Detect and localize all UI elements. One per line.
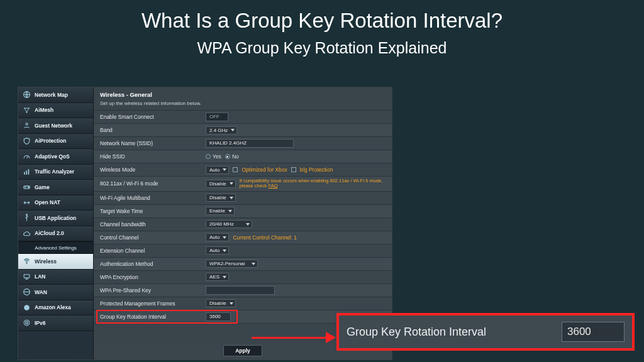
- zoom-gkri-input[interactable]: 3600: [562, 322, 625, 342]
- sidebar-item-label: AiProtection: [35, 138, 67, 144]
- enc-select[interactable]: AES: [206, 273, 229, 281]
- shield-icon: [22, 136, 31, 145]
- sidebar-item-usb-application[interactable]: USB Application: [18, 211, 93, 226]
- sidebar: Network Map AiMesh Guest Network AiProte…: [18, 87, 94, 359]
- sidebar-item-aimesh[interactable]: AiMesh: [18, 103, 93, 119]
- auth-select[interactable]: WPA2-Personal: [206, 260, 258, 268]
- alexa-icon: [22, 303, 31, 312]
- sidebar-item-label: AiCloud 2.0: [35, 230, 64, 236]
- ax-note: If compatibility issue occurs when enabl…: [240, 178, 387, 189]
- sidebar-item-ipv6[interactable]: IPv6: [18, 315, 93, 331]
- nat-icon: [22, 198, 31, 207]
- advanced-settings-header: Advanced Settings: [18, 241, 93, 254]
- row-wireless-mode: Wireless Mode Auto Optimized for Xbox b/…: [94, 163, 392, 177]
- row-auth-method: Authentication Method WPA2-Personal: [94, 258, 392, 271]
- row-channel-bandwidth: Channel bandwidth 20/40 MHz: [94, 218, 392, 231]
- row-smart-connect: Enable Smart Connect OFF: [94, 111, 392, 124]
- row-hide-ssid: Hide SSID Yes No: [94, 150, 392, 163]
- svg-rect-5: [24, 172, 25, 174]
- xbox-label: Optimized for Xbox: [242, 167, 287, 173]
- row-label: Wireless Mode: [94, 165, 201, 175]
- zoom-callout: Group Key Rotation Interval 3600: [336, 313, 635, 351]
- sidebar-item-guest-network[interactable]: Guest Network: [18, 118, 93, 134]
- svg-point-12: [26, 263, 26, 263]
- row-extension-channel: Extension Channel Auto: [94, 244, 392, 258]
- hide-ssid-no-radio[interactable]: No: [225, 153, 239, 160]
- row-label: WPA Pre-Shared Key: [94, 285, 201, 295]
- sidebar-item-wireless[interactable]: Wireless: [18, 254, 93, 270]
- sidebar-item-open-nat[interactable]: Open NAT: [18, 195, 93, 211]
- row-ssid: Network Name (SSID) KHALID 2.4GHZ: [94, 137, 392, 150]
- row-label: Channel bandwidth: [94, 219, 201, 229]
- sidebar-item-adaptive-qos[interactable]: Adaptive QoS: [18, 149, 93, 165]
- sidebar-item-lan[interactable]: LAN: [18, 270, 93, 285]
- settings-rows: Enable Smart Connect OFF Band 2.4 GHz Ne…: [94, 111, 392, 342]
- sidebar-item-aiprotection[interactable]: AiProtection: [18, 134, 93, 150]
- cbw-select[interactable]: 20/40 MHz: [206, 220, 252, 228]
- faq-link[interactable]: FAQ: [269, 183, 278, 189]
- agile-select[interactable]: Disable: [206, 194, 236, 202]
- wan-icon: [22, 288, 31, 297]
- sidebar-item-label: Wireless: [35, 258, 57, 265]
- sidebar-item-label: Adaptive QoS: [35, 153, 70, 160]
- sidebar-item-game[interactable]: Game: [18, 180, 93, 195]
- page-subtitle: WPA Group Key Rotation Explained: [0, 39, 644, 57]
- band-select[interactable]: 2.4 GHz: [206, 126, 237, 134]
- row-label: Control Channel: [94, 233, 201, 243]
- sidebar-item-label: Guest Network: [35, 123, 72, 129]
- svg-rect-13: [24, 274, 30, 277]
- sidebar-item-traffic-analyzer[interactable]: Traffic Analyzer: [18, 165, 93, 180]
- wireless-mode-select[interactable]: Auto: [206, 166, 229, 174]
- hide-ssid-yes-radio[interactable]: Yes: [206, 153, 221, 160]
- row-label: Target Wake Time: [94, 206, 201, 216]
- cch-select[interactable]: Auto: [206, 233, 229, 241]
- ext-select[interactable]: Auto: [206, 246, 229, 255]
- row-label: Wi-Fi Agile Multiband: [94, 193, 201, 203]
- ax-select[interactable]: Disable: [206, 180, 236, 188]
- bg-checkbox[interactable]: [291, 167, 296, 172]
- sidebar-item-label: WAN: [35, 289, 47, 295]
- row-label: Group Key Rotation Interval: [94, 312, 201, 322]
- sidebar-item-label: IPv6: [35, 320, 46, 326]
- guest-icon: [22, 121, 31, 130]
- sidebar-item-label: USB Application: [35, 215, 76, 221]
- svg-point-16: [24, 320, 30, 326]
- row-psk: WPA Pre-Shared Key: [94, 284, 392, 297]
- row-label: Protected Management Frames: [94, 299, 201, 309]
- row-label: Enable Smart Connect: [94, 112, 201, 122]
- cch-note: Current Control Channel: 1: [233, 234, 297, 241]
- chart-icon: [22, 167, 31, 176]
- row-label: Network Name (SSID): [94, 138, 201, 148]
- sidebar-item-amazon-alexa[interactable]: Amazon Alexa: [18, 300, 93, 316]
- gkri-input[interactable]: 3600: [206, 312, 231, 321]
- twt-select[interactable]: Enable: [206, 207, 235, 215]
- xbox-checkbox[interactable]: [233, 167, 238, 172]
- svg-point-11: [26, 214, 27, 216]
- row-pmf: Protected Management Frames Disable: [94, 297, 392, 310]
- sidebar-item-wan[interactable]: WAN: [18, 285, 93, 300]
- zoom-label: Group Key Rotation Interval: [347, 326, 552, 339]
- apply-button[interactable]: Apply: [223, 345, 262, 356]
- bg-label: b/g Protection: [300, 167, 333, 173]
- psk-input[interactable]: [206, 286, 275, 295]
- svg-point-15: [24, 305, 30, 310]
- wifi-icon: [22, 257, 31, 266]
- row-80211ax: 802.11ax / Wi-Fi 6 mode Disable If compa…: [94, 177, 392, 192]
- sidebar-item-label: Open NAT: [35, 199, 60, 206]
- sidebar-item-aicloud[interactable]: AiCloud 2.0: [18, 226, 93, 242]
- sidebar-item-network-map[interactable]: Network Map: [18, 87, 93, 103]
- sidebar-item-label: LAN: [35, 273, 45, 280]
- row-label: 802.11ax / Wi-Fi 6 mode: [94, 178, 201, 189]
- smart-connect-toggle[interactable]: OFF: [206, 112, 228, 121]
- sidebar-item-label: AiMesh: [35, 107, 53, 113]
- mesh-icon: [22, 106, 31, 114]
- row-band: Band 2.4 GHz: [94, 124, 392, 137]
- row-control-channel: Control Channel Auto Current Control Cha…: [94, 231, 392, 244]
- pmf-select[interactable]: Disable: [206, 299, 236, 307]
- ssid-input[interactable]: KHALID 2.4GHZ: [206, 139, 294, 148]
- sidebar-item-label: Amazon Alexa: [35, 304, 71, 310]
- svg-point-10: [28, 187, 29, 188]
- panel-title: Wireless - General: [94, 87, 392, 99]
- usb-icon: [22, 214, 31, 222]
- sidebar-item-label: Traffic Analyzer: [35, 168, 74, 175]
